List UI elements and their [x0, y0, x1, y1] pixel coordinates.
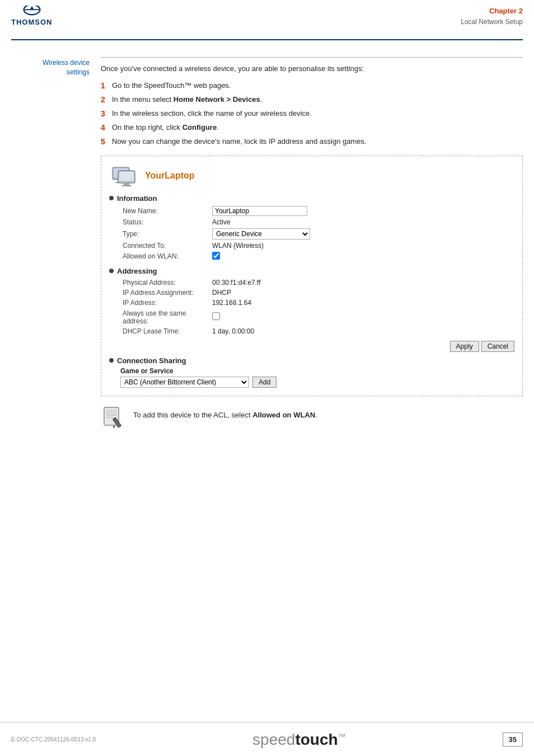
page-number: 35: [503, 732, 523, 746]
game-service-label: Game or Service: [120, 367, 514, 375]
company-logo: THOMSON: [11, 6, 52, 26]
ip-address-row: IP Address: 192.168.1.64: [120, 298, 526, 308]
connected-to-row: Connected To: WLAN (Wireless): [120, 241, 526, 251]
step-1: 1 Go to the SpeedTouch™ web pages.: [101, 80, 523, 92]
allowed-wlan-label: Allowed on WLAN:: [120, 251, 210, 262]
ip-assign-value: DHCP: [210, 288, 526, 298]
step-5: 5 Now you can change the device's name, …: [101, 136, 523, 148]
allowed-wlan-row: Allowed on WLAN:: [120, 251, 526, 262]
status-label: Status:: [120, 217, 210, 227]
svg-marker-2: [30, 6, 34, 9]
note-icon: [101, 405, 127, 431]
new-name-input[interactable]: [212, 206, 307, 216]
svg-rect-8: [119, 172, 134, 181]
game-service-select[interactable]: ABC (Another Bittorrent Client) HTTP FTP…: [120, 377, 249, 388]
step-3: 3 In the wireless section, click the nam…: [101, 108, 523, 120]
svg-marker-17: [113, 425, 115, 429]
addressing-section-header: Addressing: [109, 267, 514, 275]
type-select[interactable]: Generic Device PC Server Printer Router: [212, 228, 310, 240]
connection-sharing-header: Connection Sharing: [109, 356, 514, 365]
bullet-icon: [109, 196, 114, 200]
thomson-logo-icon: [22, 6, 42, 17]
new-name-label: New Name:: [120, 205, 210, 217]
steps-list: 1 Go to the SpeedTouch™ web pages. 2 In …: [101, 80, 523, 148]
ip-address-value: 192.168.1.64: [210, 298, 526, 308]
game-service-row: ABC (Another Bittorrent Client) HTTP FTP…: [120, 377, 514, 388]
apply-button[interactable]: Apply: [450, 341, 479, 352]
chapter-subtitle: Local Network Setup: [461, 17, 523, 27]
always-same-label: Always use the same address:: [120, 308, 210, 326]
page-footer: E-DOC-CTC-20041126-0013 v1.0 speedtouch™…: [0, 722, 534, 756]
section-label: Wireless device settings: [11, 57, 101, 431]
note-box: To add this device to the ACL, select Al…: [101, 405, 523, 431]
status-row: Status: Active: [120, 217, 526, 227]
type-label: Type:: [120, 227, 210, 241]
addressing-form: Physical Address: 00:30:f1:d4:e7:ff IP A…: [120, 278, 526, 336]
physical-address-value: 00:30:f1:d4:e7:ff: [210, 278, 526, 288]
apply-cancel-buttons: Apply Cancel: [109, 341, 514, 352]
ip-assign-label: IP Address Assignment:: [120, 288, 210, 298]
status-value: Active: [210, 217, 526, 227]
physical-address-label: Physical Address:: [120, 278, 210, 288]
note-text: To add this device to the ACL, select Al…: [133, 405, 317, 421]
doc-id: E-DOC-CTC-20041126-0013 v1.0: [11, 736, 96, 743]
ip-assign-row: IP Address Assignment: DHCP: [120, 288, 526, 298]
cancel-button[interactable]: Cancel: [481, 341, 514, 352]
chapter-title: Chapter 2: [461, 6, 523, 17]
connected-to-label: Connected To:: [120, 241, 210, 251]
connection-sharing-form: Game or Service ABC (Another Bittorrent …: [120, 367, 514, 388]
content-body: Once you've connected a wireless device,…: [101, 57, 523, 431]
connected-to-value: WLAN (Wireless): [210, 241, 526, 251]
information-label: Information: [117, 194, 157, 203]
page-header: THOMSON Chapter 2 Local Network Setup: [0, 0, 534, 39]
brand-name: speedtouch™: [252, 731, 346, 749]
bullet-icon: [109, 269, 114, 273]
dhcp-lease-label: DHCP Lease Time:: [120, 326, 210, 336]
ip-address-label: IP Address:: [120, 298, 210, 308]
chapter-info: Chapter 2 Local Network Setup: [461, 6, 523, 27]
device-title: YourLaptop: [145, 171, 195, 181]
step-4: 4 On the top right, click Configure.: [101, 122, 523, 134]
information-form: New Name: Status: Active Type: Generic D…: [120, 205, 526, 262]
svg-rect-10: [121, 185, 132, 186]
device-icon: [109, 162, 138, 190]
physical-address-row: Physical Address: 00:30:f1:d4:e7:ff: [120, 278, 526, 288]
main-content: Wireless device settings Once you've con…: [0, 40, 534, 442]
always-same-row: Always use the same address:: [120, 308, 526, 326]
addressing-label: Addressing: [117, 267, 157, 275]
new-name-row: New Name:: [120, 205, 526, 217]
step-2: 2 In the menu select Home Network > Devi…: [101, 94, 523, 106]
dhcp-lease-value: 1 day, 0:00:00: [210, 326, 526, 336]
bullet-icon: [109, 358, 114, 363]
always-same-checkbox[interactable]: [212, 312, 220, 320]
intro-text: Once you've connected a wireless device,…: [101, 63, 523, 74]
svg-rect-9: [124, 183, 129, 185]
device-header: YourLaptop: [109, 162, 514, 190]
dhcp-lease-row: DHCP Lease Time: 1 day, 0:00:00: [120, 326, 526, 336]
connection-sharing-label: Connection Sharing: [117, 356, 186, 365]
allowed-wlan-checkbox[interactable]: [212, 252, 220, 260]
information-section-header: Information: [109, 194, 514, 203]
device-config-box: YourLaptop Information New Name: Status:…: [101, 156, 523, 396]
company-name: THOMSON: [11, 18, 52, 26]
type-row: Type: Generic Device PC Server Printer R…: [120, 227, 526, 241]
add-button[interactable]: Add: [252, 377, 277, 388]
